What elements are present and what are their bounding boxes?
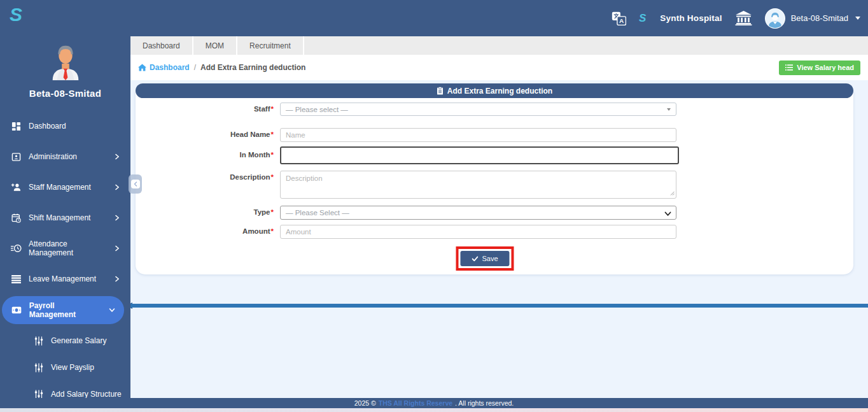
sidebar-item-shift-management[interactable]: Shift Management <box>0 207 130 229</box>
save-highlight-box: Save <box>456 246 514 271</box>
clock-history-icon <box>11 243 22 253</box>
footer-year: 2025 © <box>354 399 376 407</box>
sidebar: S Beta-08-Smitad Dashboard <box>0 0 130 408</box>
sidebar-item-leave-management[interactable]: Leave Management <box>0 268 130 290</box>
select-chevron-icon <box>664 210 671 218</box>
in-month-input[interactable] <box>280 146 679 164</box>
collapse-arrow-icon <box>131 180 140 188</box>
calendar-clock-icon <box>11 213 22 223</box>
check-icon <box>472 256 478 262</box>
breadcrumb-current: Add Extra Earning deduction <box>200 63 305 72</box>
sidebar-item-label: Generate Salary <box>51 336 106 345</box>
sidebar-item-label: Staff Management <box>29 183 91 192</box>
tab-mom[interactable]: MOM <box>193 36 237 55</box>
card-header: Add Extra Earning deduction <box>136 83 853 98</box>
sidebar-item-payroll-management[interactable]: Payroll Management <box>2 296 124 324</box>
home-icon <box>138 64 146 71</box>
hospital-name: Synth Hospital <box>660 13 722 23</box>
bank-icon[interactable] <box>735 11 752 25</box>
chevron-right-icon <box>115 276 120 282</box>
breadcrumb-separator: / <box>194 63 196 72</box>
section-divider <box>130 304 868 308</box>
sliders-icon <box>33 363 44 373</box>
staff-label: Staff* <box>136 103 280 116</box>
chevron-right-icon <box>115 153 120 160</box>
profile-name: Beta-08-Smitad <box>0 88 130 99</box>
user-name: Beta-08-Smitad <box>791 13 848 23</box>
footer: 2025 © THS All Rights Reserve . All righ… <box>0 398 868 408</box>
sidebar-item-generate-salary[interactable]: Generate Salary <box>0 330 130 352</box>
sidebar-item-view-payslip[interactable]: View Payslip <box>0 357 130 378</box>
save-button-label: Save <box>482 255 498 262</box>
head-name-input[interactable] <box>280 128 676 142</box>
chevron-right-icon <box>115 184 120 190</box>
money-icon <box>11 306 22 314</box>
chevron-right-icon <box>115 215 120 221</box>
brand-logo-small[interactable]: S <box>639 12 646 25</box>
sliders-icon <box>33 336 44 346</box>
view-salary-head-label: View Salary head <box>797 64 854 71</box>
list-lines-icon <box>11 275 22 283</box>
dashboard-icon <box>11 122 22 131</box>
svg-text:A: A <box>619 17 624 24</box>
breadcrumb-dashboard-link[interactable]: Dashboard <box>138 63 190 72</box>
user-avatar <box>765 8 785 29</box>
tab-dashboard[interactable]: Dashboard <box>130 36 193 55</box>
user-plus-icon <box>11 183 22 192</box>
resize-handle-icon[interactable] <box>670 187 675 198</box>
view-salary-head-button[interactable]: View Salary head <box>779 60 860 75</box>
select-caret-icon <box>667 108 671 111</box>
sidebar-item-label: Payroll Management <box>29 301 102 319</box>
save-button[interactable]: Save <box>460 251 509 266</box>
head-name-label: Head Name* <box>136 128 280 142</box>
user-menu[interactable]: Beta-08-Smitad <box>765 8 860 29</box>
add-extra-earning-card: Add Extra Earning deduction Staff* — Ple… <box>136 83 853 274</box>
type-select-value: — Please Select — <box>286 209 349 217</box>
sidebar-item-label: Add Salary Structure <box>51 390 122 399</box>
sidebar-item-label: Leave Management <box>29 274 96 283</box>
sidebar-item-label: Attendance Management <box>29 239 108 257</box>
type-select[interactable]: — Please Select — <box>280 206 676 220</box>
sidebar-item-dashboard[interactable]: Dashboard <box>0 115 130 137</box>
amount-label: Amount* <box>136 225 280 239</box>
in-month-label: In Month* <box>136 146 280 164</box>
staff-select[interactable]: — Please select — <box>280 103 676 116</box>
clipboard-icon <box>437 87 444 95</box>
chevron-right-icon <box>115 245 120 252</box>
sidebar-collapse-toggle[interactable] <box>129 174 142 194</box>
description-label: Description* <box>136 171 280 201</box>
chevron-down-icon <box>855 17 860 20</box>
breadcrumb: Dashboard / Add Extra Earning deduction … <box>130 55 868 80</box>
sidebar-item-label: Administration <box>29 152 77 161</box>
profile-avatar <box>46 41 85 84</box>
tabstrip: Dashboard MOM Recruitment <box>130 36 868 55</box>
chevron-down-icon <box>109 308 115 313</box>
sidebar-item-administration[interactable]: Administration <box>0 146 130 167</box>
bottom-strip <box>0 408 868 412</box>
staff-select-value: — Please select — <box>286 106 348 113</box>
sidebar-item-label: Dashboard <box>29 122 66 131</box>
breadcrumb-home-label: Dashboard <box>150 63 190 72</box>
amount-input[interactable] <box>280 225 676 239</box>
id-card-icon <box>11 152 22 162</box>
tab-recruitment[interactable]: Recruitment <box>237 36 304 55</box>
app-window: A S Synth Hospital <box>0 0 868 412</box>
sidebar-item-label: Shift Management <box>29 213 90 222</box>
card-title: Add Extra Earning deduction <box>447 87 552 96</box>
list-icon <box>785 64 793 71</box>
type-label: Type* <box>136 206 280 220</box>
sidebar-item-staff-management[interactable]: Staff Management <box>0 176 130 198</box>
translate-icon[interactable]: A <box>612 11 626 25</box>
footer-rights: . All rights reserved. <box>455 399 514 407</box>
sidebar-item-attendance-management[interactable]: Attendance Management <box>0 238 130 259</box>
sidebar-item-label: View Payslip <box>51 363 94 372</box>
brand-logo[interactable]: S <box>10 4 22 25</box>
footer-link[interactable]: THS All Rights Reserve <box>379 399 452 407</box>
description-textarea[interactable] <box>280 171 676 199</box>
